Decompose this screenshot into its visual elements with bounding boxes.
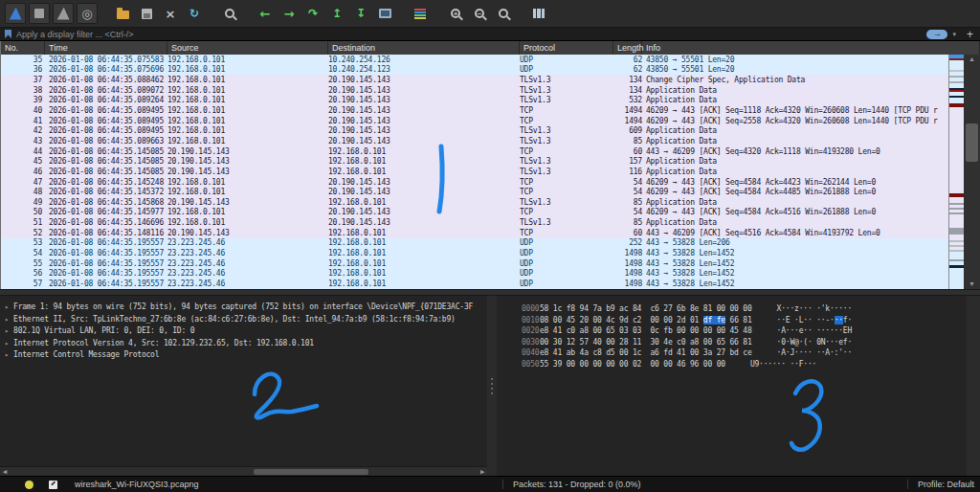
packet-row[interactable]: 442026-01-08 06:44:35.14508520.190.145.1…: [1, 146, 980, 157]
column-header-destination[interactable]: Destination: [328, 41, 520, 55]
packet-row[interactable]: 402026-01-08 06:44:35.089495192.168.0.10…: [1, 105, 980, 116]
scrollbar-thumb[interactable]: [966, 123, 978, 162]
packet-row[interactable]: 512026-01-08 06:44:35.146696192.168.0.10…: [1, 217, 980, 228]
expert-info-icon[interactable]: [25, 481, 33, 489]
packet-row[interactable]: 412026-01-08 06:44:35.089495192.168.0.10…: [1, 116, 980, 126]
hex-row[interactable]: 005055 39 00 00 00 00 00 02 00 00 46 96 …: [497, 359, 967, 370]
restart-capture-button[interactable]: [53, 3, 74, 24]
close-file-button[interactable]: ×: [160, 3, 181, 24]
resize-columns-button[interactable]: [528, 3, 549, 24]
filter-dropdown-icon[interactable]: ▾: [952, 31, 956, 38]
zoom-out-button[interactable]: −: [469, 3, 490, 24]
expand-twisty-icon[interactable]: ▸: [5, 303, 9, 311]
stop-capture-button[interactable]: [29, 3, 50, 24]
hex-row[interactable]: 001008 00 45 20 00 4c 9d c2 00 00 2d 01 …: [497, 315, 967, 326]
packet-row[interactable]: 352026-01-08 06:44:35.075583192.168.0.10…: [1, 55, 980, 65]
column-header-source[interactable]: Source: [167, 41, 328, 55]
horizontal-splitter[interactable]: [0, 289, 980, 296]
cell-source: 192.168.0.101: [167, 86, 328, 95]
packet-row[interactable]: 422026-01-08 06:44:35.089495192.168.0.10…: [1, 125, 980, 136]
cell-destination: 192.168.0.101: [328, 269, 520, 278]
packet-row[interactable]: 522026-01-08 06:44:35.14811620.190.145.1…: [1, 228, 980, 238]
expand-twisty-icon[interactable]: ▸: [5, 351, 9, 359]
cell-time: 2026-01-08 06:44:35.195557: [45, 280, 167, 288]
cell-info: 443 → 53828 Len=1452: [642, 259, 980, 268]
profile-status[interactable]: Profile: Default: [907, 480, 974, 489]
find-packet-button[interactable]: [219, 3, 240, 24]
packet-row[interactable]: 552026-01-08 06:44:35.19555723.223.245.4…: [1, 258, 980, 269]
details-hscrollbar[interactable]: ◀ ▶: [0, 466, 487, 476]
apply-filter-button[interactable]: →: [926, 30, 947, 39]
packet-row[interactable]: 502026-01-08 06:44:35.145977192.168.0.10…: [1, 208, 980, 218]
cell-source: 23.223.245.46: [167, 269, 328, 278]
go-back-button[interactable]: ←: [255, 3, 276, 24]
packet-row[interactable]: 362026-01-08 06:44:35.075696192.168.0.10…: [1, 65, 980, 76]
hscrollbar-thumb[interactable]: [254, 469, 368, 475]
cell-source: 192.168.0.101: [167, 117, 328, 125]
add-filter-button-icon[interactable]: +: [967, 29, 973, 40]
packet-row[interactable]: 452026-01-08 06:44:35.14508520.190.145.1…: [1, 156, 980, 167]
go-last-button[interactable]: ↧: [350, 3, 371, 24]
hscroll-left-icon[interactable]: ◀: [0, 467, 10, 476]
hex-offset: 0010: [497, 315, 540, 326]
hex-ascii: ·A·J···· ··A·:'··: [777, 347, 852, 359]
auto-scroll-button[interactable]: [374, 3, 395, 24]
filter-bookmark-icon[interactable]: [5, 30, 11, 38]
cell-time: 2026-01-08 06:44:35.145372: [45, 188, 167, 196]
hscroll-right-icon[interactable]: ▶: [478, 467, 487, 476]
zoom-100-button[interactable]: [493, 3, 514, 24]
packet-list-scrollbar[interactable]: ▲ ▼: [964, 55, 980, 289]
capture-filename[interactable]: wireshark_Wi-FiUXQSI3.pcapng: [75, 480, 199, 489]
go-to-packet-button[interactable]: ↷: [302, 3, 323, 24]
cell-length: 157: [613, 157, 642, 166]
expand-twisty-icon[interactable]: ▸: [5, 327, 9, 335]
column-header-no[interactable]: No.: [1, 41, 45, 55]
packet-list-header[interactable]: No.TimeSourceDestinationProtocolLengthIn…: [1, 41, 980, 55]
packet-row[interactable]: 542026-01-08 06:44:35.19555723.223.245.4…: [1, 248, 980, 258]
packet-row[interactable]: 472026-01-08 06:44:35.145248192.168.0.10…: [1, 177, 980, 188]
intelligent-scrollbar[interactable]: [948, 55, 964, 289]
packet-row[interactable]: 482026-01-08 06:44:35.145372192.168.0.10…: [1, 187, 980, 197]
display-filter-input[interactable]: Apply a display filter ... <Ctrl-/>: [16, 30, 922, 39]
zoom-in-button[interactable]: +: [445, 3, 466, 24]
packet-row[interactable]: 392026-01-08 06:44:35.089264192.168.0.10…: [1, 96, 980, 106]
go-first-button[interactable]: ↥: [326, 3, 347, 24]
cell-destination: 20.190.145.143: [328, 178, 520, 187]
hex-row[interactable]: 000058 1c f8 94 7a b9 ac 84 c6 27 6b 8e …: [497, 303, 967, 315]
packet-row[interactable]: 382026-01-08 06:44:35.089072192.168.0.10…: [1, 85, 980, 96]
packet-row[interactable]: 532026-01-08 06:44:35.19555723.223.245.4…: [1, 238, 980, 249]
column-header-info[interactable]: Info: [642, 41, 980, 55]
detail-tree-item[interactable]: ▸Frame 1: 94 bytes on wire (752 bits), 9…: [0, 302, 487, 314]
column-header-length[interactable]: Length: [613, 41, 642, 55]
hex-row[interactable]: 003000 30 12 57 40 00 28 11 30 4e c0 a8 …: [497, 337, 967, 348]
open-file-button[interactable]: [112, 3, 133, 24]
vertical-splitter[interactable]: [487, 296, 497, 476]
reload-button[interactable]: ↻: [184, 3, 205, 24]
scroll-up-icon[interactable]: ▲: [964, 55, 980, 64]
packet-row[interactable]: 572026-01-08 06:44:35.19555723.223.245.4…: [1, 279, 980, 289]
detail-tree-item[interactable]: ▸Internet Protocol Version 4, Src: 102.1…: [0, 338, 487, 350]
packet-row[interactable]: 562026-01-08 06:44:35.19555723.223.245.4…: [1, 268, 980, 279]
detail-tree-item[interactable]: ▸Ethernet II, Src: TpLinkTechno_27:6b:8e…: [0, 314, 487, 326]
packet-row[interactable]: 492026-01-08 06:44:35.14586820.190.145.1…: [1, 197, 980, 208]
packet-row[interactable]: 372026-01-08 06:44:35.088462192.168.0.10…: [1, 75, 980, 85]
cell-info: 46209 → 443 [ACK] Seq=4584 Ack=4485 Win=…: [642, 188, 980, 196]
detail-tree-item[interactable]: ▸Internet Control Message Protocol: [0, 349, 487, 362]
capture-options-button[interactable]: ◎: [77, 3, 98, 24]
packet-row[interactable]: 462026-01-08 06:44:35.14508520.190.145.1…: [1, 167, 980, 177]
expand-twisty-icon[interactable]: ▸: [5, 316, 9, 324]
colorize-button[interactable]: [410, 3, 431, 24]
save-file-button[interactable]: [136, 3, 157, 24]
column-header-protocol[interactable]: Protocol: [520, 41, 613, 55]
hex-row[interactable]: 0020e8 41 c0 a8 00 65 03 03 0c fb 00 00 …: [497, 325, 967, 337]
start-capture-button[interactable]: [5, 3, 26, 24]
packet-row[interactable]: 432026-01-08 06:44:35.089663192.168.0.10…: [1, 136, 980, 146]
scroll-down-icon[interactable]: ▼: [964, 280, 980, 289]
cell-time: 2026-01-08 06:44:35.145868: [45, 198, 167, 207]
expand-twisty-icon[interactable]: ▸: [5, 340, 9, 347]
hex-row[interactable]: 0040e8 41 ab 4a c8 d5 00 1c a6 fd 41 00 …: [497, 347, 967, 359]
column-header-time[interactable]: Time: [45, 41, 167, 55]
go-forward-button[interactable]: →: [278, 3, 300, 24]
detail-tree-item[interactable]: ▸802.1Q Virtual LAN, PRI: 0, DEI: 0, ID:…: [0, 325, 487, 338]
capture-comment-icon[interactable]: [49, 481, 57, 489]
